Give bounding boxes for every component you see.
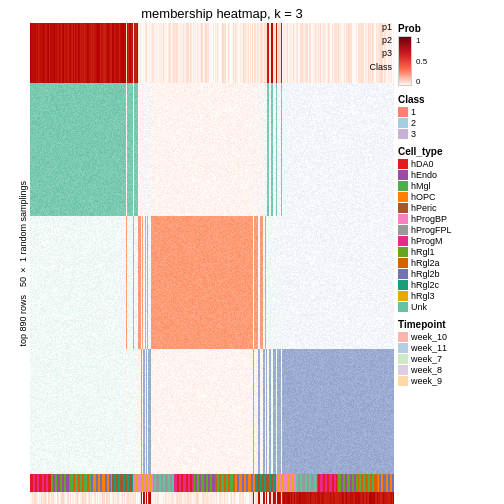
hPeric-swatch [398, 203, 408, 213]
week7-label: week_7 [411, 354, 442, 364]
prob-gradient-section: 1 0.5 0 [398, 36, 500, 86]
class-item-1: 1 [398, 107, 500, 117]
class-item-2: 2 [398, 118, 500, 128]
celltype-hRgl1: hRgl1 [398, 247, 500, 257]
timepoint-legend: Timepoint week_10 week_11 week_7 week_8 [398, 319, 500, 387]
content-area: 50 × 1 random samplings top 890 rows [0, 23, 504, 504]
hMgl-swatch [398, 181, 408, 191]
hRgl3-label: hRgl3 [411, 291, 435, 301]
prob-title: Prob [398, 23, 500, 34]
Unk-swatch [398, 302, 408, 312]
tp-week7: week_7 [398, 354, 500, 364]
week11-label: week_11 [411, 343, 447, 353]
hDA0-swatch [398, 159, 408, 169]
prob-gradient-bar [398, 36, 412, 86]
class-2-swatch [398, 118, 408, 128]
class-2-label: 2 [411, 118, 416, 128]
hPeric-label: hPeric [411, 203, 437, 213]
hDA0-label: hDA0 [411, 159, 434, 169]
week10-swatch [398, 332, 408, 342]
hOPC-swatch [398, 192, 408, 202]
tp-week9: week_9 [398, 376, 500, 386]
class-3-label: 3 [411, 129, 416, 139]
chart-title: membership heatmap, k = 3 [0, 0, 504, 23]
top-bars [30, 23, 394, 83]
celltype-hEndo: hEndo [398, 170, 500, 180]
week7-swatch [398, 354, 408, 364]
tp-week8: week_8 [398, 365, 500, 375]
hProgM-swatch [398, 236, 408, 246]
celltype-Unk: Unk [398, 302, 500, 312]
hEndo-swatch [398, 170, 408, 180]
celltype-hRgl2c: hRgl2c [398, 280, 500, 290]
prob-max: 1 [416, 36, 427, 45]
main-container: membership heatmap, k = 3 50 × 1 random … [0, 0, 504, 504]
prob-scale-labels: 1 0.5 0 [416, 36, 427, 86]
hRgl3-swatch [398, 291, 408, 301]
hRgl2c-swatch [398, 280, 408, 290]
celltype-hProgBP: hProgBP [398, 214, 500, 224]
hRgl2b-swatch [398, 269, 408, 279]
y-label-1: 50 × 1 random samplings [18, 181, 28, 287]
hRgl2a-label: hRgl2a [411, 258, 440, 268]
class-1-label: 1 [411, 107, 416, 117]
celltype-hOPC: hOPC [398, 192, 500, 202]
heatmap-body [30, 83, 394, 474]
week8-label: week_8 [411, 365, 442, 375]
week11-swatch [398, 343, 408, 353]
hProgFPL-label: hProgFPL [411, 225, 452, 235]
hMgl-label: hMgl [411, 181, 431, 191]
class-legend-title: Class [398, 94, 500, 105]
celltype-legend: Cell_type hDA0 hEndo hMgl hOPC [398, 146, 500, 313]
class-item-3: 3 [398, 129, 500, 139]
hRgl2b-label: hRgl2b [411, 269, 440, 279]
hProgBP-label: hProgBP [411, 214, 447, 224]
heatmap-section [30, 23, 394, 504]
class-legend: Class 1 2 3 [398, 94, 500, 140]
celltype-legend-title: Cell_type [398, 146, 500, 157]
week10-label: week_10 [411, 332, 447, 342]
prob-legend: Prob 1 0.5 0 [398, 23, 500, 88]
week9-label: week_9 [411, 376, 442, 386]
week9-swatch [398, 376, 408, 386]
week8-swatch [398, 365, 408, 375]
prob-min: 0 [416, 77, 427, 86]
class-1-swatch [398, 107, 408, 117]
hEndo-label: hEndo [411, 170, 437, 180]
y-label-2: top 890 rows [18, 295, 28, 347]
celltype-hRgl2b: hRgl2b [398, 269, 500, 279]
legend-area: Prob 1 0.5 0 Class 1 [394, 23, 504, 504]
class-3-swatch [398, 129, 408, 139]
hRgl1-swatch [398, 247, 408, 257]
celltype-strip [30, 474, 394, 492]
celltype-hProgM: hProgM [398, 236, 500, 246]
celltype-hRgl3: hRgl3 [398, 291, 500, 301]
hRgl2c-label: hRgl2c [411, 280, 439, 290]
celltype-hDA0: hDA0 [398, 159, 500, 169]
celltype-hMgl: hMgl [398, 181, 500, 191]
hRgl1-label: hRgl1 [411, 247, 435, 257]
prob-mid: 0.5 [416, 57, 427, 66]
hProgBP-swatch [398, 214, 408, 224]
Unk-label: Unk [411, 302, 427, 312]
hProgM-label: hProgM [411, 236, 443, 246]
hOPC-label: hOPC [411, 192, 436, 202]
tp-week10: week_10 [398, 332, 500, 342]
timepoint-legend-title: Timepoint [398, 319, 500, 330]
celltype-hProgFPL: hProgFPL [398, 225, 500, 235]
hRgl2a-swatch [398, 258, 408, 268]
celltype-hPeric: hPeric [398, 203, 500, 213]
left-labels: 50 × 1 random samplings top 890 rows [0, 23, 30, 504]
tp-week11: week_11 [398, 343, 500, 353]
hProgFPL-swatch [398, 225, 408, 235]
celltype-hRgl2a: hRgl2a [398, 258, 500, 268]
